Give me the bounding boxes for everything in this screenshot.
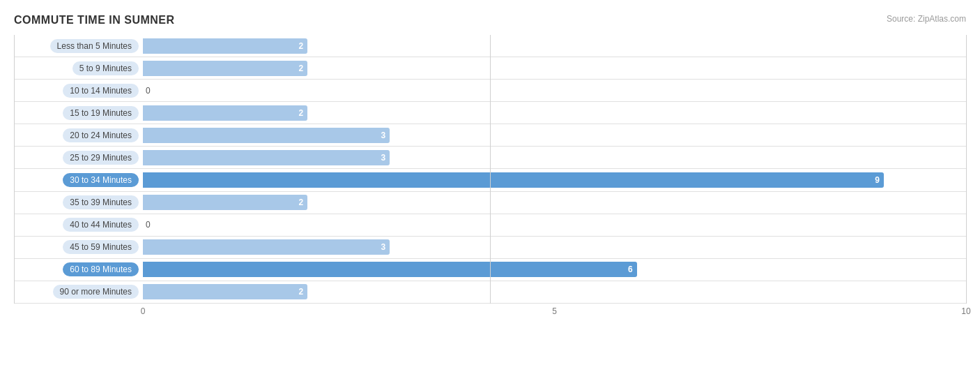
bar-value: 2 xyxy=(299,41,304,51)
bar-label-cell: 25 to 29 Minutes xyxy=(14,151,143,165)
bar-track: 3 xyxy=(143,237,966,258)
bar-fill: 3 xyxy=(143,128,390,143)
bar-label-cell: 5 to 9 Minutes xyxy=(14,61,143,75)
axis-tick: 5 xyxy=(552,306,557,316)
bar-value: 3 xyxy=(381,153,386,163)
bar-value: 2 xyxy=(299,287,304,297)
bar-track: 2 xyxy=(143,281,966,303)
chart-container: COMMUTE TIME IN SUMNER Source: ZipAtlas.… xyxy=(0,0,980,365)
bar-value: 6 xyxy=(628,265,633,274)
bar-track: 6 xyxy=(143,259,966,281)
bar-row: 10 to 14 Minutes0 xyxy=(14,80,966,102)
bar-track: 9 xyxy=(143,169,966,191)
axis-tick: 0 xyxy=(141,306,146,316)
bar-label-cell: 10 to 14 Minutes xyxy=(14,84,143,98)
bar-label-pill: 30 to 34 Minutes xyxy=(63,173,139,187)
bar-label-cell: Less than 5 Minutes xyxy=(14,39,143,53)
bar-fill: 3 xyxy=(143,150,390,165)
source-label: Source: ZipAtlas.com xyxy=(887,14,966,24)
bar-label-pill: 25 to 29 Minutes xyxy=(63,151,139,165)
bar-track: 0 xyxy=(143,214,966,236)
bar-fill: 3 xyxy=(143,239,390,255)
bar-row: 15 to 19 Minutes2 xyxy=(14,102,966,124)
grid-line xyxy=(966,35,967,304)
bar-zero-value: 0 xyxy=(146,220,151,230)
bar-fill: 2 xyxy=(143,284,307,299)
bar-label-pill: 60 to 89 Minutes xyxy=(63,262,139,276)
bar-track: 3 xyxy=(143,124,966,146)
bar-label-pill: 40 to 44 Minutes xyxy=(63,218,139,232)
bar-row: 25 to 29 Minutes3 xyxy=(14,147,966,169)
bar-label-cell: 30 to 34 Minutes xyxy=(14,173,143,187)
bar-row: 40 to 44 Minutes0 xyxy=(14,214,966,237)
bar-label-pill: 15 to 19 Minutes xyxy=(63,106,139,120)
bar-fill: 2 xyxy=(143,38,307,54)
bar-label-cell: 35 to 39 Minutes xyxy=(14,195,143,209)
axis-tick: 10 xyxy=(961,306,970,316)
bar-label-cell: 60 to 89 Minutes xyxy=(14,262,143,276)
bar-track: 2 xyxy=(143,102,966,124)
axis-container: 0510 xyxy=(143,304,966,323)
bar-value: 2 xyxy=(299,108,304,118)
bar-label-pill: 45 to 59 Minutes xyxy=(63,240,139,254)
bar-track: 2 xyxy=(143,57,966,79)
bar-label-pill: 90 or more Minutes xyxy=(53,285,139,299)
bar-row: 35 to 39 Minutes2 xyxy=(14,192,966,214)
bar-fill: 9 xyxy=(143,172,884,188)
bar-value: 9 xyxy=(875,175,880,185)
bar-label-cell: 15 to 19 Minutes xyxy=(14,106,143,120)
bar-value: 2 xyxy=(299,198,304,207)
bar-label-cell: 90 or more Minutes xyxy=(14,285,143,299)
chart-area: Less than 5 Minutes25 to 9 Minutes210 to… xyxy=(14,35,966,323)
bar-row: 60 to 89 Minutes6 xyxy=(14,259,966,281)
bar-label-pill: 20 to 24 Minutes xyxy=(63,128,139,142)
bar-fill: 2 xyxy=(143,61,307,76)
bar-track: 3 xyxy=(143,147,966,168)
bar-value: 3 xyxy=(381,242,386,252)
bar-fill: 2 xyxy=(143,195,307,210)
bar-zero-value: 0 xyxy=(146,86,151,96)
bar-label-pill: 35 to 39 Minutes xyxy=(63,195,139,209)
bar-label-pill: 10 to 14 Minutes xyxy=(63,84,139,98)
bar-label-cell: 45 to 59 Minutes xyxy=(14,240,143,254)
bar-row: Less than 5 Minutes2 xyxy=(14,35,966,57)
bar-fill: 2 xyxy=(143,105,307,121)
bar-label-pill: Less than 5 Minutes xyxy=(50,39,139,53)
bar-row: 90 or more Minutes2 xyxy=(14,281,966,304)
bar-track: 0 xyxy=(143,80,966,101)
bar-label-cell: 20 to 24 Minutes xyxy=(14,128,143,142)
chart-title: COMMUTE TIME IN SUMNER xyxy=(14,14,966,27)
bar-row: 30 to 34 Minutes9 xyxy=(14,169,966,191)
bar-row: 5 to 9 Minutes2 xyxy=(14,57,966,80)
bar-fill: 6 xyxy=(143,262,637,277)
bar-row: 45 to 59 Minutes3 xyxy=(14,237,966,259)
bar-track: 2 xyxy=(143,35,966,57)
bar-label-pill: 5 to 9 Minutes xyxy=(72,61,139,75)
bar-value: 3 xyxy=(381,131,386,140)
bar-track: 2 xyxy=(143,192,966,214)
bar-label-cell: 40 to 44 Minutes xyxy=(14,218,143,232)
bar-value: 2 xyxy=(299,64,304,73)
bar-row: 20 to 24 Minutes3 xyxy=(14,124,966,147)
